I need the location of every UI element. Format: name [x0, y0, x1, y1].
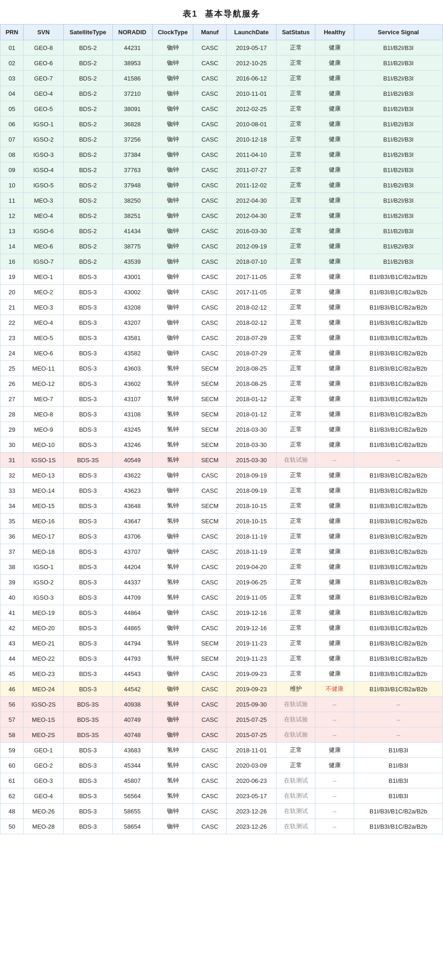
cell-manuf: CASC	[193, 788, 227, 804]
cell-noradid: 43623	[112, 483, 152, 498]
cell-signal: B1I/B2I/B3I	[354, 162, 443, 178]
cell-healthy: 健康	[315, 101, 354, 117]
cell-sattype: BDS-3	[63, 483, 112, 498]
cell-prn: 57	[0, 712, 24, 727]
cell-prn: 14	[0, 239, 24, 254]
cell-noradid: 43108	[112, 407, 152, 422]
cell-manuf: CASC	[193, 162, 227, 178]
table-row: 60GEO-2BDS-345344氢钟CASC2020-03-09正常健康B1I…	[0, 758, 443, 773]
cell-signal: B1I/B3I/B1C/B2a/B2b	[354, 514, 443, 529]
cell-satstatus: 维护	[277, 682, 315, 697]
cell-satstatus: 正常	[277, 636, 315, 651]
col-header-healthy: Healthy	[315, 25, 354, 40]
cell-clock: 氢钟	[152, 773, 193, 788]
cell-manuf: SECM	[193, 498, 227, 514]
page-title: 表1 基本导航服务	[0, 0, 443, 24]
cell-launch: 2019-11-23	[227, 651, 277, 666]
cell-launch: 2018-08-25	[227, 376, 277, 391]
cell-svn: IGSO-1	[24, 117, 63, 132]
cell-healthy: 健康	[315, 559, 354, 575]
table-row: 56IGSO-2SBDS-3S40938氢钟CASC2015-09-30在轨试验…	[0, 697, 443, 712]
table-row: 62GEO-4BDS-356564氢钟CASC2023-05-17在轨测试--B…	[0, 788, 443, 804]
cell-prn: 08	[0, 147, 24, 162]
cell-healthy: 健康	[315, 437, 354, 453]
cell-clock: 铷钟	[152, 300, 193, 315]
cell-prn: 43	[0, 636, 24, 651]
cell-noradid: 43245	[112, 422, 152, 437]
table-row: 39IGSO-2BDS-344337氢钟CASC2019-06-25正常健康B1…	[0, 575, 443, 590]
col-header-satstatus: SatStatus	[277, 25, 315, 40]
cell-sattype: BDS-3	[63, 361, 112, 376]
table-row: 41MEO-19BDS-344864铷钟CASC2019-12-16正常健康B1…	[0, 605, 443, 620]
cell-prn: 05	[0, 101, 24, 117]
cell-clock: 铷钟	[152, 727, 193, 743]
cell-signal: B1I/B3I/B1C/B2a/B2b	[354, 407, 443, 422]
cell-prn: 33	[0, 483, 24, 498]
cell-launch: 2018-07-29	[227, 346, 277, 361]
cell-launch: 2018-02-12	[227, 300, 277, 315]
cell-svn: MEO-3	[24, 300, 63, 315]
cell-signal: B1I/B3I/B1C/B2a/B2b	[354, 804, 443, 819]
cell-manuf: CASC	[193, 758, 227, 773]
cell-signal: B1I/B3I/B1C/B2a/B2b	[354, 376, 443, 391]
table-row: 33MEO-14BDS-343623铷钟CASC2018-09-19正常健康B1…	[0, 483, 443, 498]
cell-signal: B1I/B3I/B1C/B2a/B2b	[354, 315, 443, 330]
cell-manuf: CASC	[193, 40, 227, 56]
cell-signal: B1I/B3I/B1C/B2a/B2b	[354, 346, 443, 361]
cell-clock: 铷钟	[152, 819, 193, 834]
cell-healthy: 健康	[315, 498, 354, 514]
cell-prn: 34	[0, 498, 24, 514]
cell-sattype: BDS-3	[63, 346, 112, 361]
cell-prn: 40	[0, 590, 24, 605]
table-row: 61GEO-3BDS-345807氢钟CASC2020-06-23在轨测试--B…	[0, 773, 443, 788]
cell-manuf: SECM	[193, 422, 227, 437]
cell-clock: 氢钟	[152, 788, 193, 804]
cell-sattype: BDS-2	[63, 178, 112, 193]
cell-manuf: CASC	[193, 193, 227, 208]
cell-svn: MEO-7	[24, 391, 63, 407]
cell-satstatus: 正常	[277, 193, 315, 208]
table-row: 20MEO-2BDS-343002铷钟CASC2017-11-05正常健康B1I…	[0, 285, 443, 300]
cell-healthy: 健康	[315, 56, 354, 71]
col-header-signal: Service Signal	[354, 25, 443, 40]
cell-launch: 2018-01-12	[227, 407, 277, 422]
cell-clock: 铷钟	[152, 605, 193, 620]
cell-clock: 氢钟	[152, 391, 193, 407]
cell-healthy: 健康	[315, 376, 354, 391]
cell-sattype: BDS-3	[63, 285, 112, 300]
cell-svn: MEO-17	[24, 529, 63, 544]
cell-healthy: 健康	[315, 193, 354, 208]
cell-prn: 27	[0, 391, 24, 407]
cell-manuf: SECM	[193, 636, 227, 651]
cell-prn: 62	[0, 788, 24, 804]
cell-healthy: 健康	[315, 758, 354, 773]
cell-svn: MEO-8	[24, 407, 63, 422]
table-row: 09IGSO-4BDS-237763铷钟CASC2011-07-27正常健康B1…	[0, 162, 443, 178]
cell-signal: B1I/B3I/B1C/B2a/B2b	[354, 422, 443, 437]
cell-satstatus: 正常	[277, 269, 315, 285]
cell-prn: 06	[0, 117, 24, 132]
cell-launch: 2023-05-17	[227, 788, 277, 804]
cell-clock: 铷钟	[152, 269, 193, 285]
table-row: 44MEO-22BDS-344793氢钟SECM2019-11-23正常健康B1…	[0, 651, 443, 666]
cell-satstatus: 正常	[277, 178, 315, 193]
cell-prn: 12	[0, 208, 24, 223]
table-row: 46MEO-24BDS-344542铷钟CASC2019-09-23维护不健康B…	[0, 682, 443, 697]
cell-signal: B1I/B3I/B1C/B2a/B2b	[354, 285, 443, 300]
cell-manuf: CASC	[193, 529, 227, 544]
cell-clock: 氢钟	[152, 636, 193, 651]
cell-sattype: BDS-2	[63, 147, 112, 162]
cell-clock: 氢钟	[152, 758, 193, 773]
cell-manuf: SECM	[193, 407, 227, 422]
cell-satstatus: 正常	[277, 254, 315, 269]
cell-satstatus: 正常	[277, 315, 315, 330]
cell-prn: 19	[0, 269, 24, 285]
table-row: 48MEO-26BDS-358655铷钟CASC2023-12-26在轨测试--…	[0, 804, 443, 819]
cell-prn: 36	[0, 529, 24, 544]
cell-satstatus: 正常	[277, 147, 315, 162]
cell-clock: 氢钟	[152, 559, 193, 575]
cell-launch: 2018-01-12	[227, 391, 277, 407]
cell-noradid: 44794	[112, 636, 152, 651]
cell-manuf: CASC	[193, 712, 227, 727]
cell-manuf: SECM	[193, 361, 227, 376]
